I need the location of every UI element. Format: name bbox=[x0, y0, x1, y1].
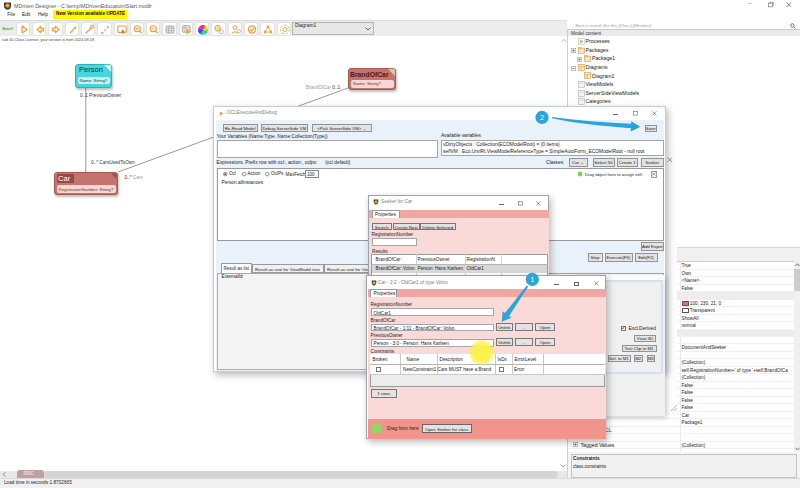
svg-text:1: 1 bbox=[530, 275, 534, 284]
svg-text:2: 2 bbox=[540, 113, 544, 122]
